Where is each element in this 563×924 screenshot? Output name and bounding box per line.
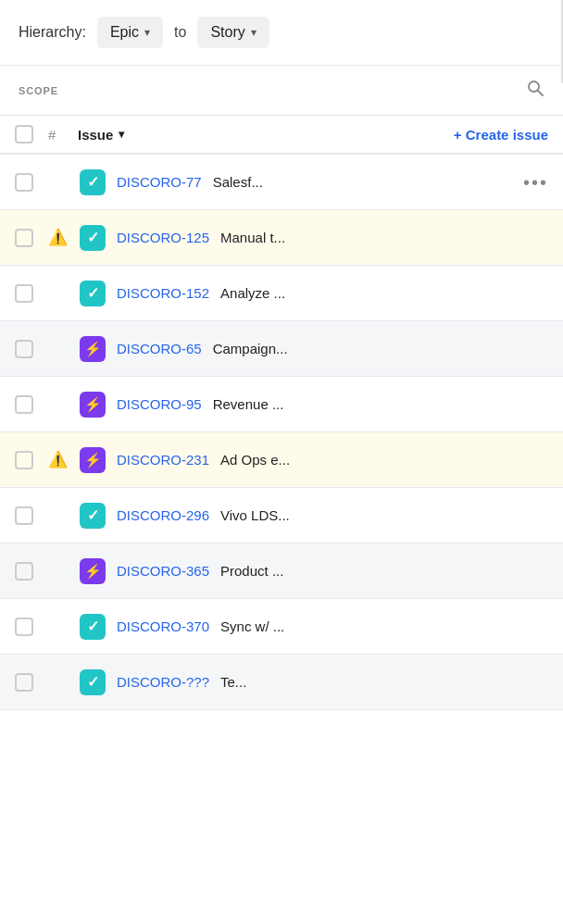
scope-label: SCOPE bbox=[19, 85, 58, 96]
issue-id-link[interactable]: DISCORO-152 bbox=[117, 285, 209, 301]
issue-title: Analyze ... bbox=[220, 285, 548, 301]
search-button[interactable] bbox=[526, 79, 544, 102]
to-value: Story bbox=[210, 24, 244, 41]
search-icon bbox=[526, 82, 544, 101]
done-badge-icon: ✓ bbox=[80, 225, 106, 251]
issue-column-header[interactable]: Issue ▾ bbox=[78, 127, 443, 143]
row-checkbox[interactable] bbox=[15, 173, 37, 192]
issue-title: Vivo LDS... bbox=[220, 507, 548, 523]
table-row: ⚡DISCORO-65Campaign... bbox=[0, 321, 563, 377]
to-dropdown[interactable]: Story ▾ bbox=[197, 17, 269, 48]
done-badge-icon: ✓ bbox=[80, 669, 106, 695]
story-badge-icon: ⚡ bbox=[80, 392, 106, 418]
table-row: ⚠️⚡DISCORO-231Ad Ops e... bbox=[0, 432, 563, 488]
issue-title: Manual t... bbox=[220, 230, 548, 245]
issue-title: Salesf... bbox=[213, 174, 512, 190]
issue-title: Sync w/ ... bbox=[220, 618, 548, 634]
select-all-checkbox[interactable] bbox=[15, 125, 37, 144]
row-checkbox[interactable] bbox=[15, 229, 37, 247]
scope-bar: SCOPE bbox=[0, 66, 563, 116]
row-checkbox[interactable] bbox=[15, 618, 37, 636]
issue-title: Ad Ops e... bbox=[220, 452, 548, 468]
issue-id-link[interactable]: DISCORO-231 bbox=[117, 452, 209, 468]
from-dropdown[interactable]: Epic ▾ bbox=[97, 17, 163, 48]
from-chevron-icon: ▾ bbox=[144, 26, 150, 39]
issue-title: Campaign... bbox=[213, 341, 548, 356]
issue-title: Te... bbox=[220, 674, 548, 690]
issue-id-link[interactable]: DISCORO-77 bbox=[117, 174, 202, 190]
from-value: Epic bbox=[110, 24, 139, 41]
story-badge-icon: ⚡ bbox=[80, 336, 106, 362]
to-chevron-icon: ▾ bbox=[251, 26, 256, 39]
row-checkbox[interactable] bbox=[15, 340, 37, 358]
warning-icon: ⚠️ bbox=[48, 450, 69, 469]
issue-id-link[interactable]: DISCORO-370 bbox=[117, 618, 209, 634]
table-row: ⚡DISCORO-365Product ... bbox=[0, 543, 563, 599]
svg-line-1 bbox=[538, 91, 543, 95]
row-checkbox[interactable] bbox=[15, 395, 37, 414]
more-options-button[interactable]: ••• bbox=[523, 173, 548, 192]
row-checkbox[interactable] bbox=[15, 673, 37, 692]
done-badge-icon: ✓ bbox=[80, 169, 106, 195]
svg-point-0 bbox=[529, 81, 539, 92]
issue-id-link[interactable]: DISCORO-??? bbox=[117, 674, 209, 690]
table-row: ✓DISCORO-77Salesf...••• bbox=[0, 155, 563, 210]
warning-icon: ⚠️ bbox=[48, 228, 69, 247]
table-row: ✓DISCORO-370Sync w/ ... bbox=[0, 599, 563, 655]
row-checkbox[interactable] bbox=[15, 562, 37, 581]
story-badge-icon: ⚡ bbox=[80, 558, 106, 584]
table-row: ⚡DISCORO-95Revenue ... bbox=[0, 377, 563, 432]
table-row: ✓DISCORO-296Vivo LDS... bbox=[0, 488, 563, 543]
story-badge-icon: ⚡ bbox=[80, 447, 106, 473]
hierarchy-bar: Hierarchy: Epic ▾ to Story ▾ bbox=[0, 0, 563, 66]
issue-title: Product ... bbox=[220, 563, 548, 579]
table-header: # Issue ▾ + Create issue bbox=[0, 116, 563, 155]
row-checkbox[interactable] bbox=[15, 506, 37, 525]
issue-id-link[interactable]: DISCORO-95 bbox=[117, 396, 202, 412]
table-body: ✓DISCORO-77Salesf...•••⚠️✓DISCORO-125Man… bbox=[0, 155, 563, 710]
issue-id-link[interactable]: DISCORO-125 bbox=[117, 230, 209, 245]
create-issue-button[interactable]: + Create issue bbox=[454, 127, 548, 143]
issue-title: Revenue ... bbox=[213, 396, 548, 412]
done-badge-icon: ✓ bbox=[80, 281, 106, 306]
done-badge-icon: ✓ bbox=[80, 503, 106, 529]
table-row: ✓DISCORO-???Te... bbox=[0, 655, 563, 710]
row-checkbox[interactable] bbox=[15, 451, 37, 469]
hash-column-header: # bbox=[48, 127, 67, 143]
issue-id-link[interactable]: DISCORO-65 bbox=[117, 341, 202, 356]
done-badge-icon: ✓ bbox=[80, 614, 106, 640]
row-checkbox[interactable] bbox=[15, 284, 37, 303]
issue-sort-icon: ▾ bbox=[119, 128, 124, 141]
table-row: ⚠️✓DISCORO-125Manual t... bbox=[0, 210, 563, 266]
hierarchy-label: Hierarchy: bbox=[19, 24, 86, 41]
to-separator: to bbox=[174, 24, 186, 41]
issue-id-link[interactable]: DISCORO-365 bbox=[117, 563, 209, 579]
table-row: ✓DISCORO-152Analyze ... bbox=[0, 266, 563, 321]
issue-id-link[interactable]: DISCORO-296 bbox=[117, 507, 209, 523]
